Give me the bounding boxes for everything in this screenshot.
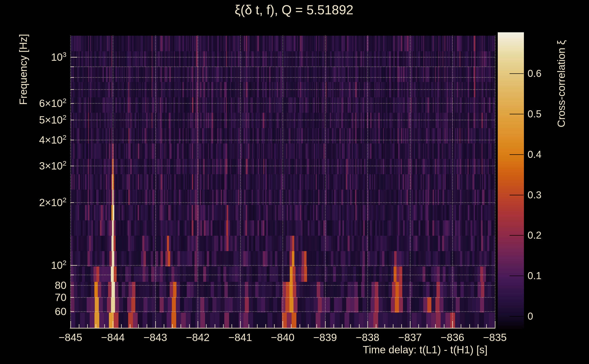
y-tick-label: 80	[55, 280, 66, 291]
y-tick-label: 103	[51, 52, 66, 62]
y-axis-title: Frequency [Hz]	[17, 34, 29, 105]
y-tick-label: 6×102	[39, 98, 66, 109]
y-tick-label: 3×102	[39, 161, 66, 171]
colorbar-title: Cross-correlation ξ	[555, 40, 567, 127]
heatmap-canvas	[0, 0, 589, 364]
x-tick-label: −845	[59, 332, 82, 343]
x-axis-title: Time delay: t(L1) - t(H1) [s]	[363, 344, 487, 356]
x-tick-label: −840	[271, 332, 294, 343]
colorbar-tick-label: 0.3	[528, 190, 541, 200]
x-tick-label: −843	[144, 332, 167, 343]
x-tick-label: −838	[356, 332, 380, 343]
colorbar-tick-label: 0.1	[528, 271, 541, 281]
y-tick-label: 4×102	[39, 135, 66, 145]
x-tick-label: −836	[441, 332, 464, 343]
colorbar-tick-label: 0	[528, 311, 533, 321]
x-tick-label: −844	[101, 332, 125, 343]
x-tick-label: −839	[313, 332, 337, 343]
colorbar-tick-label: 0.6	[528, 68, 541, 78]
y-tick-label: 2×102	[39, 197, 66, 208]
y-tick-label: 5×102	[39, 115, 66, 125]
x-tick-label: −835	[483, 332, 507, 343]
colorbar-tick-label: 0.2	[528, 230, 541, 240]
x-tick-label: −842	[186, 332, 209, 343]
y-tick-label: 70	[55, 292, 66, 303]
plot-title: ξ(δ t, f), Q = 5.51892	[235, 2, 353, 17]
y-tick-label: 60	[55, 306, 66, 317]
y-tick-label: 102	[51, 260, 66, 271]
x-tick-label: −837	[398, 332, 422, 343]
colorbar-tick-label: 0.4	[528, 150, 541, 159]
x-tick-label: −841	[229, 332, 252, 343]
qscan-cross-correlation-figure: ξ(δ t, f), Q = 5.51892 Frequency [Hz] Ti…	[0, 0, 589, 364]
colorbar-tick-label: 0.5	[528, 109, 541, 119]
